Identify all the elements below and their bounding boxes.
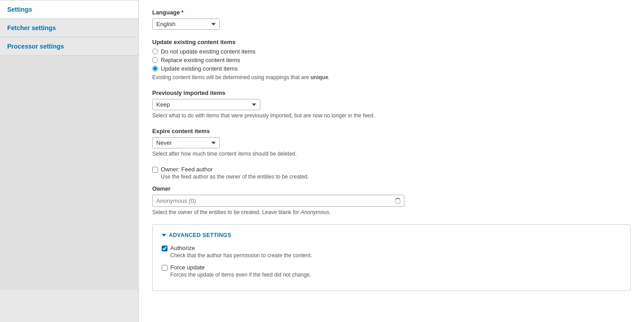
owner-feed-author-label-group: Owner: Feed author Use the feed author a… xyxy=(161,166,309,180)
authorize-desc: Check that the author has permission to … xyxy=(170,252,312,259)
authorize-checkbox[interactable] xyxy=(162,246,168,251)
collapse-triangle-icon xyxy=(162,234,166,237)
previously-imported-label: Previously imported items xyxy=(152,89,630,96)
sidebar-item-processor-settings[interactable]: Processor settings xyxy=(0,37,138,56)
sidebar-empty xyxy=(0,56,138,290)
authorize-item: Authorize Check that the author has perm… xyxy=(162,245,621,259)
owner-feed-author-item: Owner: Feed author Use the feed author a… xyxy=(152,166,630,180)
radio-replace-input[interactable] xyxy=(152,57,158,63)
owner-input[interactable] xyxy=(152,195,404,207)
previously-imported-description: Select what to do with items that were p… xyxy=(152,112,630,119)
radio-do-not-update: Do not update existing content items xyxy=(152,48,630,55)
sidebar-item-fetcher-settings[interactable]: Fetcher settings xyxy=(0,19,138,37)
force-update-label[interactable]: Force update xyxy=(170,264,311,271)
radio-update-input[interactable] xyxy=(152,66,158,72)
owner-feed-author-checkbox[interactable] xyxy=(152,167,158,173)
sidebar: Settings Fetcher settings Processor sett… xyxy=(0,0,139,322)
force-update-desc: Forces the update of items even if the f… xyxy=(170,272,311,278)
language-label: Language* xyxy=(152,9,630,16)
expire-content-description: Select after how much time content items… xyxy=(152,151,630,157)
radio-update-label[interactable]: Update existing content items xyxy=(161,65,238,72)
previously-imported-group: Previously imported items Keep Delete Un… xyxy=(152,89,630,119)
sidebar-item-settings[interactable]: Settings xyxy=(0,0,138,19)
radio-replace-label[interactable]: Replace existing content items xyxy=(161,57,240,63)
update-existing-label: Update existing content items xyxy=(152,39,630,45)
authorize-label-group: Authorize Check that the author has perm… xyxy=(170,245,312,259)
owner-field-group: Owner Select the owner of the entities t… xyxy=(152,185,630,215)
owner-feed-author-desc: Use the feed author as the owner of the … xyxy=(161,174,309,180)
advanced-settings-section: ADVANCED SETTINGS Authorize Check that t… xyxy=(152,224,630,291)
force-update-label-group: Force update Forces the update of items … xyxy=(170,264,311,278)
force-update-checkbox[interactable] xyxy=(162,265,168,271)
owner-description: Select the owner of the entities to be c… xyxy=(152,209,630,215)
authorize-label[interactable]: Authorize xyxy=(170,245,312,251)
radio-replace: Replace existing content items xyxy=(152,57,630,63)
expire-content-select[interactable]: Never 1 hour 6 hours 1 day 1 week 1 mont… xyxy=(152,137,220,148)
advanced-settings-title: ADVANCED SETTINGS xyxy=(162,232,621,238)
radio-do-not-update-input[interactable] xyxy=(152,49,158,54)
owner-feed-author-label[interactable]: Owner: Feed author xyxy=(161,166,309,173)
owner-input-wrapper xyxy=(152,195,404,207)
update-existing-group: Update existing content items Do not upd… xyxy=(152,39,630,80)
expire-content-label: Expire content items xyxy=(152,128,630,134)
previously-imported-select[interactable]: Keep Delete Unpublish xyxy=(152,99,260,110)
expire-content-group: Expire content items Never 1 hour 6 hour… xyxy=(152,128,630,157)
language-field-group: Language* English French German Spanish xyxy=(152,9,630,30)
radio-update: Update existing content items xyxy=(152,65,630,72)
radio-do-not-update-label[interactable]: Do not update existing content items xyxy=(161,48,255,55)
owner-spinner-icon xyxy=(395,198,401,204)
main-content: Language* English French German Spanish … xyxy=(139,0,644,322)
page-wrapper: Settings Fetcher settings Processor sett… xyxy=(0,0,644,322)
force-update-item: Force update Forces the update of items … xyxy=(162,264,621,278)
owner-label: Owner xyxy=(152,185,630,192)
update-existing-description: Existing content items will be determine… xyxy=(152,74,630,80)
required-star: * xyxy=(181,9,183,16)
language-select[interactable]: English French German Spanish xyxy=(152,18,220,30)
